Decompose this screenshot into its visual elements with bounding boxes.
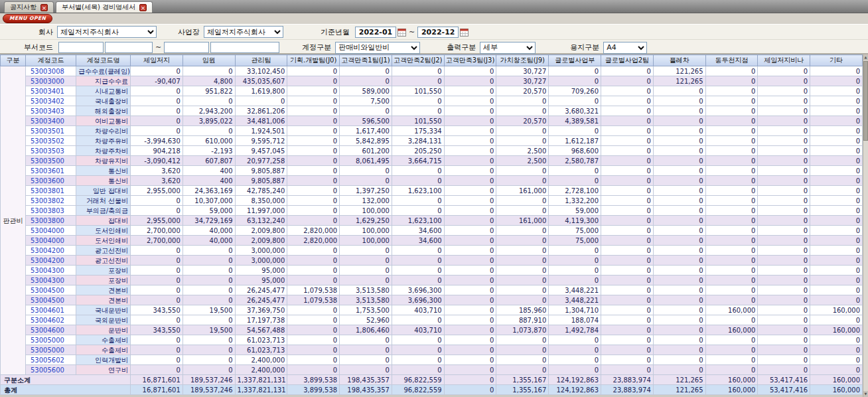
table-row[interactable]: 53005000수출제비0061,023,71300000000000 [1, 345, 863, 355]
table-row[interactable]: 53003400여비교통비03,895,02234,481,0060596,50… [1, 116, 863, 126]
table-row[interactable]: 53003502차량주유비-3,994,630610,0009,595,7120… [1, 136, 863, 146]
table-row[interactable]: 53004600운반비343,55019,50054,567,48801,806… [1, 325, 863, 335]
value-cell-3: 0 [287, 166, 340, 176]
account-type-select[interactable]: 판매비와일반비 [335, 42, 420, 54]
footer-value-cell-12: 53,417,416 [758, 385, 810, 395]
menu-open-button[interactable]: MENU OPEN [3, 14, 52, 23]
value-cell-5: 1,623,100 [392, 186, 444, 196]
table-row[interactable]: 53004602국외운반비0017,197,738052,96000887,91… [1, 315, 863, 325]
table-row[interactable]: 53003802거래처 선물비010,307,0008,350,0000132,… [1, 196, 863, 206]
paper-type-select[interactable]: A4 [603, 42, 647, 54]
value-cell-2: 95,000 [235, 276, 287, 285]
close-icon[interactable]: × [139, 4, 147, 11]
company-select[interactable]: 제일저지주식회사 [57, 26, 157, 38]
table-row[interactable]: 53004601국내운반비343,55019,50037,369,75001,7… [1, 305, 863, 315]
calendar-icon[interactable] [460, 28, 469, 37]
table-row[interactable]: 53003500차량유지비-3,090,412607,80720,977,258… [1, 156, 863, 166]
value-cell-12: 0 [758, 256, 810, 266]
value-cell-3: 0 [287, 216, 340, 226]
value-cell-5: 0 [392, 315, 444, 325]
value-cell-10: 121,265 [653, 66, 705, 76]
value-cell-9: 0 [601, 86, 654, 96]
dept-from-name-input[interactable] [105, 42, 153, 53]
table-row[interactable]: 53005000수출제비0061,023,71300000000000 [1, 335, 863, 345]
table-row[interactable]: 53003501차량수리비001,924,50101,617,400175,33… [1, 126, 863, 136]
column-header-14: 동두천지점 [705, 55, 758, 66]
value-cell-3: 0 [287, 106, 340, 116]
footer-label-cell: 총계 [1, 385, 131, 395]
value-cell-10: 0 [653, 116, 705, 126]
value-cell-11: 0 [705, 126, 758, 136]
value-cell-11: 0 [705, 315, 758, 325]
vertical-scrollbar[interactable]: ▲ ▼ [863, 54, 868, 397]
value-cell-12: 0 [758, 146, 810, 156]
account-code-cell: 53003000 [26, 76, 76, 86]
paper-type-label: 용지구분 [570, 42, 599, 52]
table-row[interactable]: 53004500견본비0026,245,4771,079,5383,513,58… [1, 295, 863, 305]
table-row[interactable]: 53005600연구비002,400,00000000000000 [1, 365, 863, 375]
dept-to-code-input[interactable] [164, 42, 209, 53]
table-row[interactable]: 53003601통신비3,6204009,805,88700000000000 [1, 166, 863, 176]
account-code-cell: 53003400 [26, 116, 76, 126]
table-row[interactable]: 53003401시내교통비0951,8221,619,8000589,00010… [1, 86, 863, 96]
value-cell-11: 0 [705, 156, 758, 166]
value-cell-1: 400 [182, 176, 235, 186]
close-icon[interactable]: × [40, 4, 48, 11]
table-row[interactable]: 53003503차량주차비904,218-2,1939,457,0450601,… [1, 146, 863, 156]
value-cell-6: 0 [444, 146, 496, 156]
table-row[interactable]: 53003402국내출장비00007,500000000000 [1, 96, 863, 106]
table-row[interactable]: 53003800접대비2,955,00034,729,16963,132,240… [1, 216, 863, 226]
value-cell-13: 0 [810, 216, 863, 226]
value-cell-1: 24,363,169 [182, 186, 235, 196]
value-cell-12: 0 [758, 196, 810, 206]
value-cell-2: 33,102,450 [235, 66, 287, 76]
value-cell-9: 0 [601, 176, 654, 186]
table-row[interactable]: 53003801일반 접대비2,955,00024,363,16942,785,… [1, 186, 863, 196]
value-cell-5: 101,550 [392, 116, 444, 126]
footer-value-cell-10: 121,265 [653, 375, 705, 385]
table-row[interactable]: 53004000도서인쇄비2,700,00040,0002,009,8002,8… [1, 236, 863, 246]
value-cell-0: 0 [131, 126, 183, 136]
dept-from-code-input[interactable] [58, 42, 104, 53]
output-type-select[interactable]: 세부 [480, 42, 536, 54]
value-cell-11: 160,000 [705, 325, 758, 335]
table-row[interactable]: 판관비53003008급수수료(클레임)0033,102,450000030,7… [1, 66, 863, 76]
period-to-input[interactable] [417, 27, 459, 38]
value-cell-6: 0 [444, 116, 496, 126]
table-row[interactable]: 53004500견본비0026,245,4771,079,5383,513,58… [1, 285, 863, 295]
table-row[interactable]: 53004300포장비0095,00000000000000 [1, 266, 863, 276]
value-cell-7: 0 [496, 335, 549, 345]
column-header-8: 고객만족2팀(J2) [392, 55, 444, 66]
table-row[interactable]: 53004300포장비0095,00000000000000 [1, 276, 863, 285]
value-cell-2: 435,035,607 [235, 76, 287, 86]
tab-expense-report[interactable]: 부서별(세목) 경비명세서 × [56, 1, 153, 13]
value-cell-13: 0 [810, 86, 863, 96]
value-cell-4: 5,842,895 [340, 136, 392, 146]
period-from-input[interactable] [355, 27, 396, 38]
value-cell-7: 0 [496, 246, 549, 256]
table-row[interactable]: 53003000지급수수료-90,4074,800435,035,6070000… [1, 76, 863, 86]
calendar-icon[interactable] [398, 28, 406, 37]
table-row[interactable]: 53004200광고선전비003,000,00000000000000 [1, 256, 863, 266]
value-cell-8: 2,580,787 [549, 156, 601, 166]
tab-notice[interactable]: 공지사항 × [4, 1, 54, 13]
dept-to-name-input[interactable] [210, 42, 279, 53]
table-row[interactable]: 53003600통신비3,6204009,805,88700000000000 [1, 176, 863, 186]
value-cell-1: 34,729,169 [182, 216, 235, 226]
table-row[interactable]: 53003803부의금/축의금059,00011,997,0000100,000… [1, 206, 863, 216]
site-select[interactable]: 제일저지주식회사 [204, 26, 283, 38]
value-cell-3: 0 [287, 355, 340, 365]
value-cell-2: 61,023,713 [235, 345, 287, 355]
scrollbar-thumb[interactable] [863, 61, 868, 141]
value-cell-4: 0 [340, 166, 392, 176]
account-code-cell: 53005000 [26, 345, 76, 355]
scroll-up-icon[interactable]: ▲ [863, 54, 868, 60]
value-cell-1: 610,000 [182, 136, 235, 146]
table-row[interactable]: 53004200광고선전비003,000,00000000000000 [1, 246, 863, 256]
table-row[interactable]: 53004000도서인쇄비2,700,00040,0002,009,8002,8… [1, 226, 863, 236]
table-row[interactable]: 53005602인력개발비002,400,00000000000000 [1, 355, 863, 365]
scroll-down-icon[interactable]: ▼ [863, 391, 868, 397]
table-row[interactable]: 53003403해외출장비02,943,20032,861,206000003,… [1, 106, 863, 116]
column-header-7: 고객만족1팀(J1) [340, 55, 392, 66]
footer-value-cell-7: 1,355,167 [496, 375, 549, 385]
